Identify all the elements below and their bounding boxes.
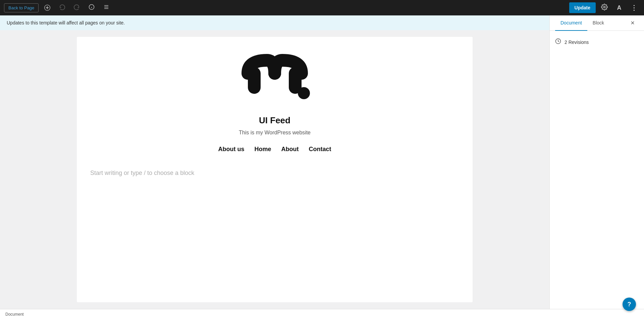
panel-close-button[interactable]: × <box>627 15 639 30</box>
site-logo <box>238 50 312 109</box>
template-notice: Updates to this template will affect all… <box>0 15 549 30</box>
navigation-menu: About us Home About Contact <box>218 146 331 153</box>
site-tagline: This is my WordPress website <box>239 130 311 136</box>
ellipsis-icon: ⋮ <box>631 4 637 12</box>
main-area: Updates to this template will affect all… <box>0 15 644 309</box>
redo-icon <box>74 4 80 12</box>
redo-button[interactable] <box>71 2 83 14</box>
info-icon <box>89 4 95 12</box>
svg-point-9 <box>604 6 605 8</box>
list-icon <box>103 4 109 12</box>
tab-document[interactable]: Document <box>555 15 587 31</box>
list-view-button[interactable] <box>100 2 112 14</box>
panel-tabs: Document Block × <box>550 15 644 31</box>
toolbar-right: Update A ⋮ <box>569 2 640 14</box>
undo-icon <box>59 4 65 12</box>
tab-block[interactable]: Block <box>587 15 609 31</box>
revisions-item[interactable]: 2 Revisions <box>555 36 639 48</box>
add-block-button[interactable] <box>41 2 53 14</box>
nav-item-contact[interactable]: Contact <box>309 146 331 153</box>
svg-point-12 <box>298 87 310 99</box>
editor-toolbar: Back to Page Update <box>0 0 644 15</box>
details-button[interactable] <box>86 2 98 14</box>
site-title: UI Feed <box>259 115 290 126</box>
nav-item-about-us[interactable]: About us <box>218 146 245 153</box>
nav-item-about[interactable]: About <box>281 146 299 153</box>
typography-icon: A <box>617 4 622 11</box>
update-button[interactable]: Update <box>569 2 596 13</box>
back-to-page-button[interactable]: Back to Page <box>4 3 39 12</box>
help-button[interactable]: ? <box>623 298 636 311</box>
more-options-button[interactable]: ⋮ <box>628 2 640 14</box>
toolbar-left: Back to Page <box>4 2 112 14</box>
revisions-label: 2 Revisions <box>565 40 589 45</box>
right-panel: Document Block × 2 Revisions <box>549 15 644 309</box>
add-icon <box>44 4 51 11</box>
revisions-icon <box>555 38 561 46</box>
undo-button[interactable] <box>56 2 68 14</box>
panel-content: 2 Revisions <box>550 31 644 309</box>
editor-area: Updates to this template will affect all… <box>0 15 549 309</box>
editor-canvas[interactable]: UI Feed This is my WordPress website Abo… <box>77 37 473 302</box>
settings-button[interactable] <box>598 2 610 14</box>
block-placeholder[interactable]: Start writing or type / to choose a bloc… <box>90 166 459 180</box>
notice-text: Updates to this template will affect all… <box>7 20 125 25</box>
gear-icon <box>601 4 608 12</box>
nav-item-home[interactable]: Home <box>255 146 271 153</box>
status-label: Document <box>5 312 24 317</box>
canvas-wrapper: UI Feed This is my WordPress website Abo… <box>0 30 549 309</box>
status-bar: Document <box>0 309 644 319</box>
logo-svg <box>238 50 312 107</box>
styles-button[interactable]: A <box>613 2 625 14</box>
